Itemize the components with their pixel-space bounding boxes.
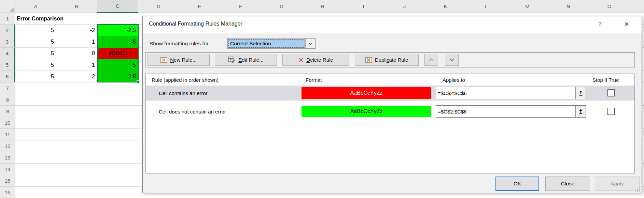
scope-dropdown[interactable]: Current Selection bbox=[227, 38, 316, 49]
row-headers: 1 2 3 4 5 6 7 8 9 10 11 12 13 14 15 16 bbox=[0, 13, 15, 198]
chevron-down-icon bbox=[308, 42, 313, 45]
row-header-4[interactable]: 4 bbox=[0, 48, 15, 59]
column-header-i[interactable]: I bbox=[343, 0, 384, 13]
conditional-formatting-rules-manager-dialog: Conditional Formatting Rules Manager ? ✕… bbox=[142, 16, 642, 193]
close-icon[interactable]: ✕ bbox=[621, 18, 632, 30]
show-label-accelerator: S bbox=[150, 41, 153, 46]
applies-to-value: =$C$2:$C$6 bbox=[438, 106, 467, 117]
rule-name: Cell contains an error bbox=[159, 86, 208, 101]
rule-name: Cell does not contain an error bbox=[159, 104, 226, 119]
column-divider bbox=[435, 75, 435, 85]
row-header-11[interactable]: 11 bbox=[0, 129, 15, 140]
cell-b2[interactable]: -2 bbox=[56, 25, 97, 36]
collapse-dialog-range-button[interactable] bbox=[575, 87, 586, 99]
row-header-12[interactable]: 12 bbox=[0, 140, 15, 152]
cell-b6[interactable]: 2 bbox=[56, 71, 97, 82]
close-button[interactable]: Close bbox=[545, 177, 590, 191]
column-header-k[interactable]: K bbox=[425, 0, 466, 13]
select-all-corner[interactable] bbox=[0, 0, 15, 13]
cell-a1-title[interactable]: Error Comparison bbox=[17, 13, 64, 25]
select-all-triangle-icon bbox=[10, 7, 14, 12]
list-header-applies: Applies to bbox=[443, 77, 465, 83]
cell-b3[interactable]: -1 bbox=[56, 36, 97, 48]
row-header-13[interactable]: 13 bbox=[0, 152, 15, 164]
duplicate-rule-grid-icon bbox=[365, 57, 372, 63]
column-header-o[interactable]: O bbox=[589, 0, 630, 13]
format-preview-swatch-red[interactable]: AaBbCcYyZz bbox=[302, 87, 431, 99]
edit-rule-pencil-icon bbox=[228, 57, 236, 63]
column-header-n[interactable]: N bbox=[548, 0, 589, 13]
rules-list: Rule (applied in order shown) Format App… bbox=[145, 74, 635, 173]
rule-row-selected[interactable]: Cell contains an error AaBbCcYyZz =$C$2:… bbox=[146, 86, 634, 101]
dialog-title: Conditional Formatting Rules Manager bbox=[149, 21, 242, 27]
row-header-14[interactable]: 14 bbox=[0, 164, 15, 175]
cell-a2[interactable]: 5 bbox=[15, 25, 56, 36]
column-header-h[interactable]: H bbox=[302, 0, 343, 13]
arrow-up-from-bar-icon bbox=[578, 109, 583, 114]
column-header-g[interactable]: G bbox=[261, 0, 302, 13]
column-header-f[interactable]: F bbox=[220, 0, 261, 13]
arrow-up-from-bar-icon bbox=[578, 91, 583, 96]
applies-to-input[interactable]: =$C$2:$C$6 bbox=[436, 105, 586, 118]
column-header-partial[interactable] bbox=[630, 0, 644, 13]
row-header-10[interactable]: 10 bbox=[0, 117, 15, 129]
cell-b4[interactable]: 0 bbox=[56, 48, 97, 59]
duplicate-rule-button[interactable]: Duplicate Rule bbox=[355, 54, 419, 66]
column-headers: A B C D E F G H I J K L M N O bbox=[15, 0, 644, 13]
cell-a3[interactable]: 5 bbox=[15, 36, 56, 48]
cell-a6[interactable]: 5 bbox=[15, 71, 56, 82]
help-button[interactable]: ? bbox=[594, 18, 606, 30]
column-header-d[interactable]: D bbox=[138, 0, 179, 13]
excel-window: A B C D E F G H I J K L M N O 1 2 3 4 5 … bbox=[0, 0, 644, 198]
column-header-l[interactable]: L bbox=[466, 0, 507, 13]
applies-to-value: =$C$2:$C$6 bbox=[438, 87, 467, 99]
column-header-j[interactable]: J bbox=[384, 0, 425, 13]
new-rule-label: New Rule... bbox=[170, 57, 197, 63]
delete-rule-label: Delete Rule bbox=[306, 57, 333, 63]
column-header-a[interactable]: A bbox=[15, 0, 56, 13]
row-header-16[interactable]: 16 bbox=[0, 187, 15, 198]
apply-button-disabled: Apply bbox=[595, 177, 640, 191]
row-header-7[interactable]: 7 bbox=[0, 82, 15, 94]
column-header-m[interactable]: M bbox=[507, 0, 548, 13]
row-header-2[interactable]: 2 bbox=[0, 25, 15, 36]
resize-grip[interactable] bbox=[635, 187, 640, 192]
row-header-6[interactable]: 6 bbox=[0, 71, 15, 82]
cell-a4[interactable]: 5 bbox=[15, 48, 56, 59]
applies-to-input[interactable]: =$C$2:$C$6 bbox=[436, 87, 586, 99]
format-preview-swatch-green[interactable]: AaBbCcYyZz bbox=[302, 106, 431, 117]
rule-row[interactable]: Cell does not contain an error AaBbCcYyZ… bbox=[146, 104, 634, 119]
delete-rule-button[interactable]: Delete Rule bbox=[282, 54, 349, 66]
duplicate-rule-label: Duplicate Rule bbox=[375, 57, 408, 63]
stop-if-true-checkbox[interactable] bbox=[607, 108, 615, 115]
list-header-rule: Rule (applied in order shown) bbox=[152, 77, 219, 83]
stop-if-true-checkbox[interactable] bbox=[607, 89, 615, 96]
scope-dropdown-value: Current Selection bbox=[228, 39, 305, 48]
column-header-b[interactable]: B bbox=[56, 0, 97, 13]
column-header-e[interactable]: E bbox=[179, 0, 220, 13]
edit-rule-label: Edit Rule... bbox=[238, 57, 263, 63]
list-header-format: Format bbox=[306, 77, 322, 83]
show-formatting-rules-label: Show formatting rules for: bbox=[150, 41, 210, 47]
dropdown-chevron-button[interactable] bbox=[305, 39, 315, 48]
row-header-9[interactable]: 9 bbox=[0, 106, 15, 117]
column-header-c[interactable]: C bbox=[97, 0, 138, 13]
row-header-8[interactable]: 8 bbox=[0, 94, 15, 106]
row-header-5[interactable]: 5 bbox=[0, 59, 15, 71]
row-header-3[interactable]: 3 bbox=[0, 36, 15, 48]
cell-a5[interactable]: 5 bbox=[15, 59, 56, 71]
edit-rule-button[interactable]: Edit Rule... bbox=[215, 54, 277, 66]
list-header-stop-if-true: Stop If True bbox=[592, 77, 619, 83]
cell-b5[interactable]: 1 bbox=[56, 59, 97, 71]
show-label-rest: how formatting rules for: bbox=[153, 41, 210, 46]
move-rule-down-button[interactable] bbox=[445, 54, 459, 66]
ok-button[interactable]: OK bbox=[495, 177, 539, 191]
new-rule-button[interactable]: New Rule... bbox=[148, 54, 210, 66]
move-rule-up-button[interactable] bbox=[424, 54, 438, 66]
selection-outline bbox=[97, 24, 139, 82]
row-header-15[interactable]: 15 bbox=[0, 175, 15, 187]
row-header-1[interactable]: 1 bbox=[0, 13, 15, 25]
delete-x-icon bbox=[298, 57, 304, 63]
fill-handle[interactable] bbox=[137, 80, 139, 83]
collapse-dialog-range-button[interactable] bbox=[575, 106, 586, 117]
